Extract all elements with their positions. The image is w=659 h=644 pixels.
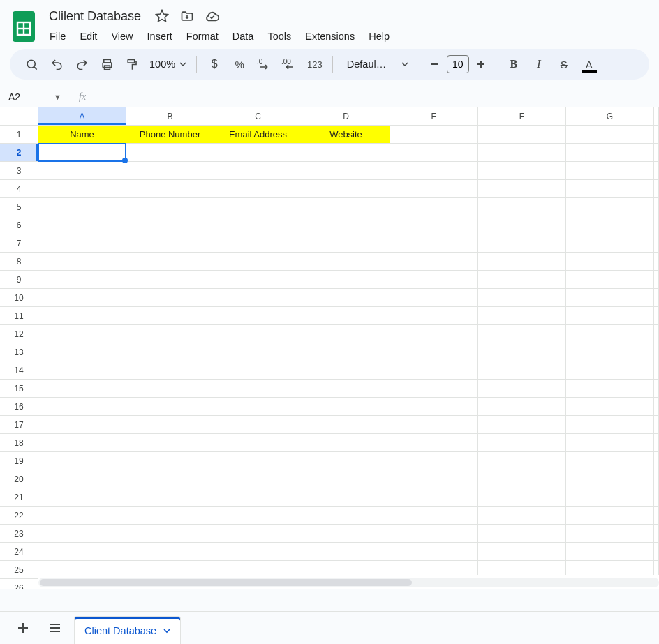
cell[interactable] — [654, 271, 659, 289]
cell[interactable] — [566, 488, 654, 507]
cell[interactable] — [302, 307, 390, 325]
cell[interactable] — [126, 325, 214, 343]
cell[interactable] — [38, 452, 126, 470]
cell[interactable] — [390, 180, 478, 198]
row-header[interactable]: 15 — [0, 380, 38, 398]
cell[interactable] — [390, 525, 478, 543]
add-sheet-button[interactable] — [10, 615, 36, 641]
cell[interactable] — [478, 144, 566, 162]
cell[interactable] — [38, 507, 126, 525]
cell[interactable] — [654, 525, 659, 543]
cell[interactable] — [38, 325, 126, 343]
cell[interactable] — [126, 234, 214, 253]
cell[interactable] — [38, 343, 126, 361]
cell[interactable] — [38, 416, 126, 434]
cell[interactable] — [390, 561, 478, 575]
cell[interactable] — [478, 361, 566, 380]
spreadsheet-grid[interactable]: ABCDEFG 12345678910111213141516171819202… — [0, 107, 659, 589]
row-header[interactable]: 1 — [0, 126, 38, 144]
cell[interactable] — [478, 398, 566, 416]
cell[interactable] — [478, 325, 566, 343]
cell[interactable] — [38, 470, 126, 488]
cell[interactable] — [126, 361, 214, 380]
cell[interactable] — [126, 253, 214, 271]
menu-tools[interactable]: Tools — [261, 28, 297, 45]
cell[interactable] — [654, 216, 659, 234]
cell[interactable] — [38, 198, 126, 216]
cell[interactable] — [302, 488, 390, 507]
row-header[interactable]: 8 — [0, 253, 38, 271]
row-header[interactable]: 6 — [0, 216, 38, 234]
cell[interactable] — [302, 325, 390, 343]
row-header[interactable]: 14 — [0, 361, 38, 380]
cell[interactable] — [654, 253, 659, 271]
cell[interactable] — [654, 307, 659, 325]
menu-view[interactable]: View — [105, 28, 139, 45]
menu-insert[interactable]: Insert — [141, 28, 179, 45]
cell[interactable] — [38, 398, 126, 416]
cell[interactable] — [214, 361, 302, 380]
cell[interactable] — [566, 144, 654, 162]
cell[interactable] — [478, 234, 566, 253]
horizontal-scrollbar[interactable] — [38, 578, 659, 587]
cell[interactable] — [214, 416, 302, 434]
cell[interactable] — [478, 198, 566, 216]
cell[interactable] — [566, 289, 654, 307]
paint-format-icon[interactable] — [120, 53, 144, 75]
cell[interactable] — [478, 452, 566, 470]
cell[interactable] — [302, 234, 390, 253]
cell[interactable] — [38, 561, 126, 575]
redo-icon[interactable] — [70, 53, 94, 75]
cell[interactable] — [126, 543, 214, 561]
cell[interactable] — [302, 144, 390, 162]
cell[interactable] — [126, 470, 214, 488]
cell[interactable] — [214, 307, 302, 325]
cell[interactable] — [478, 289, 566, 307]
menu-file[interactable]: File — [43, 28, 72, 45]
row-header[interactable]: 3 — [0, 162, 38, 180]
select-all-corner[interactable] — [0, 107, 38, 126]
cell[interactable] — [390, 488, 478, 507]
row-header[interactable]: 4 — [0, 180, 38, 198]
row-header[interactable]: 13 — [0, 343, 38, 361]
cell[interactable] — [302, 543, 390, 561]
cell[interactable] — [566, 434, 654, 452]
column-header[interactable]: C — [214, 107, 302, 125]
star-icon[interactable] — [154, 8, 170, 24]
cell[interactable] — [38, 307, 126, 325]
cell[interactable] — [478, 561, 566, 575]
cell[interactable] — [566, 380, 654, 398]
row-header[interactable]: 18 — [0, 434, 38, 452]
cell[interactable] — [654, 234, 659, 253]
cell[interactable] — [478, 470, 566, 488]
cell[interactable] — [126, 561, 214, 575]
cell[interactable] — [214, 507, 302, 525]
increase-font-size-button[interactable] — [472, 53, 490, 75]
cell[interactable] — [478, 216, 566, 234]
italic-button[interactable]: I — [527, 53, 551, 75]
cell[interactable] — [126, 180, 214, 198]
row-header[interactable]: 9 — [0, 271, 38, 289]
cell[interactable] — [654, 452, 659, 470]
cell[interactable] — [126, 452, 214, 470]
cell[interactable]: Email Address — [214, 126, 302, 144]
column-header[interactable]: D — [302, 107, 390, 125]
cell[interactable] — [38, 380, 126, 398]
cell[interactable] — [214, 380, 302, 398]
cell[interactable] — [302, 162, 390, 180]
cell[interactable] — [478, 434, 566, 452]
cell[interactable] — [390, 271, 478, 289]
cell[interactable] — [302, 343, 390, 361]
cell[interactable] — [214, 452, 302, 470]
cell[interactable] — [38, 434, 126, 452]
cell[interactable] — [126, 416, 214, 434]
cell[interactable] — [654, 470, 659, 488]
column-header[interactable]: A — [38, 107, 126, 125]
cell[interactable] — [214, 561, 302, 575]
cell[interactable] — [38, 144, 126, 162]
cell[interactable] — [214, 325, 302, 343]
cell[interactable] — [566, 398, 654, 416]
cell[interactable] — [214, 488, 302, 507]
cell[interactable] — [478, 380, 566, 398]
cell[interactable] — [214, 398, 302, 416]
